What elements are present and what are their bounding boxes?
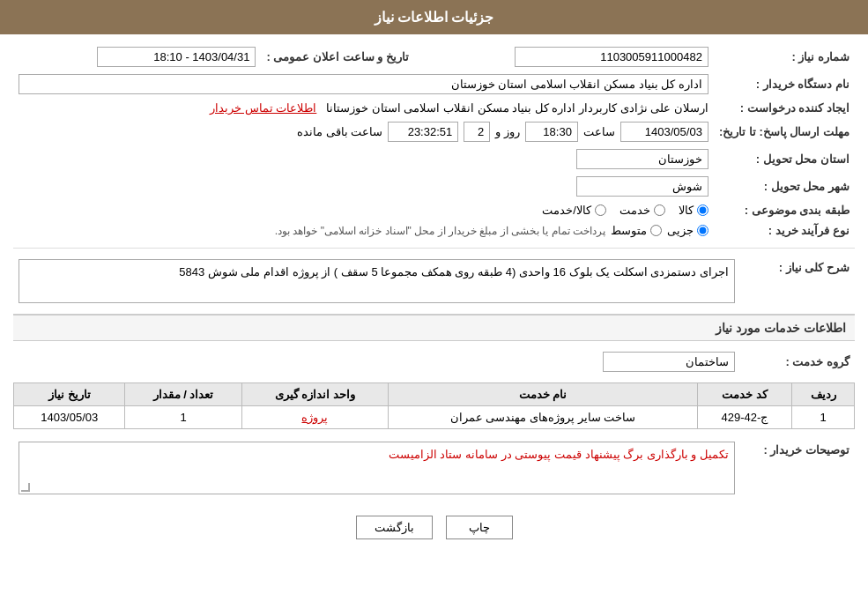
- back-button[interactable]: بازگشت: [356, 516, 433, 539]
- radio-jozi-label: جزیی: [667, 224, 694, 237]
- table-row: 1ج-42-429ساخت سایر پروژه‌های مهندسی عمرا…: [14, 406, 855, 429]
- noe-farayand-note: پرداخت تمام یا بخشی از مبلغ خریدار از مح…: [275, 225, 605, 237]
- mohlat-flex: 1403/05/03 ساعت 18:30 روز و 2 23:3: [19, 122, 708, 142]
- table-cell: 1: [125, 406, 241, 429]
- grohe-khadamat-label: گروه خدمت :: [740, 348, 855, 375]
- main-content: شماره نیاز : 1103005911000482 تاریخ و سا…: [13, 43, 855, 498]
- sharh-label: شرح کلی نیاز :: [740, 256, 855, 307]
- mohlat-date-box: 1403/05/03: [620, 122, 708, 142]
- nam-dastgah-box: اداره کل بنیاد مسکن انقلاب اسلامی استان …: [19, 74, 708, 94]
- tosif-table: توصیحات خریدار : تکمیل و بارگذاری برگ پی…: [13, 438, 855, 498]
- tarikh-box: 1403/04/31 - 18:10: [97, 47, 256, 67]
- shahr-box: شوش: [576, 176, 708, 197]
- radio-kala-khadamat-label: کالا/خدمت: [542, 204, 591, 217]
- radio-motavasset-input[interactable]: [650, 225, 662, 236]
- nam-dastgah-label: نام دستگاه خریدار :: [714, 71, 855, 98]
- page-wrapper: جزئیات اطلاعات نیاز شماره نیاز : 1103005…: [0, 0, 868, 609]
- tarikh-label: تاریخ و ساعت اعلان عمومی :: [261, 43, 413, 71]
- tabaghebandi-radio-group: کالا خدمت کالا/خدمت: [19, 204, 708, 217]
- table-cell: 1403/05/03: [14, 406, 125, 429]
- print-button[interactable]: چاپ: [446, 516, 513, 539]
- content-area: شماره نیاز : 1103005911000482 تاریخ و سا…: [0, 34, 868, 559]
- sharh-value: اجرای دستمزدی اسکلت یک بلوک 16 واحدی (4 …: [13, 256, 740, 307]
- mohlat-mande-box: 23:32:51: [388, 122, 458, 142]
- mohlat-label: مهلت ارسال پاسخ: تا تاریخ:: [714, 118, 855, 145]
- col-tedad: تعداد / مقدار: [125, 383, 241, 406]
- mohlat-roz-label: روز و: [495, 125, 520, 138]
- tarikh-value: 1403/04/31 - 18:10: [13, 43, 261, 71]
- tabaghebandi-label: طبقه بندی موضوعی :: [714, 200, 855, 220]
- table-cell: ساخت سایر پروژه‌های مهندسی عمران: [389, 406, 697, 429]
- grohe-khadamat-table: گروه خدمت : ساختمان: [13, 348, 855, 375]
- shomare-niaz-value: 1103005911000482: [414, 43, 714, 71]
- radio-kala-label: کالا: [679, 204, 694, 217]
- tosif-label: توصیحات خریدار :: [740, 438, 855, 498]
- mohlat-saat-label: ساعت: [583, 125, 615, 138]
- page-header: جزئیات اطلاعات نیاز: [0, 0, 868, 34]
- shomare-niaz-box: 1103005911000482: [515, 47, 708, 67]
- noe-farayand-row: جزیی متوسط پرداخت تمام یا بخشی از مبلغ خ…: [13, 220, 714, 241]
- nam-dastgah-value: اداره کل بنیاد مسکن انقلاب اسلامی استان …: [13, 71, 714, 98]
- shomare-niaz-label: شماره نیاز :: [714, 43, 855, 71]
- divider-1: [13, 248, 855, 249]
- tosif-box: تکمیل و بارگذاری برگ پیشنهاد قیمت پیوستی…: [19, 442, 735, 494]
- table-cell: ج-42-429: [697, 406, 792, 429]
- noe-farayand-label: نوع فرآیند خرید :: [714, 220, 855, 241]
- niaz-info-table: شماره نیاز : 1103005911000482 تاریخ و سا…: [13, 43, 855, 241]
- ostan-label: استان محل تحویل :: [714, 145, 855, 173]
- mohlat-row: 1403/05/03 ساعت 18:30 روز و 2 23:3: [13, 118, 714, 145]
- sharh-table: شرح کلی نیاز : اجرای دستمزدی اسکلت یک بل…: [13, 256, 855, 307]
- table-cell[interactable]: پروژه: [241, 406, 389, 429]
- tamase-khardar-link[interactable]: اطلاعات تماس خریدار: [210, 101, 316, 115]
- col-kod: کد خدمت: [697, 383, 792, 406]
- radio-motavasset[interactable]: متوسط: [611, 224, 662, 237]
- bottom-buttons: چاپ بازگشت: [13, 505, 855, 550]
- radio-motavasset-label: متوسط: [611, 224, 647, 237]
- page-title: جزئیات اطلاعات نیاز: [375, 10, 494, 25]
- resize-handle: [21, 483, 30, 492]
- col-name: نام خدمت: [389, 383, 697, 406]
- radio-khadamat-label: خدمت: [619, 204, 650, 217]
- shahr-label: شهر محل تحویل :: [714, 173, 855, 200]
- ostan-value: خوزستان: [13, 145, 714, 173]
- radio-khadamat[interactable]: خدمت: [619, 204, 665, 217]
- table-cell: 1: [792, 406, 855, 429]
- services-table-body: 1ج-42-429ساخت سایر پروژه‌های مهندسی عمرا…: [14, 406, 855, 429]
- radio-jozi[interactable]: جزیی: [667, 224, 708, 237]
- grohe-khadamat-value: ساختمان: [13, 348, 740, 375]
- mohlat-saat-box: 18:30: [525, 122, 578, 142]
- grohe-khadamat-box: ساختمان: [603, 352, 735, 372]
- col-tarikh: تاریخ نیاز: [14, 383, 125, 406]
- ijad-konande-value: ارسلان علی نژادی کاربردار اداره کل بنیاد…: [13, 98, 714, 118]
- tosif-value: تکمیل و بارگذاری برگ پیشنهاد قیمت پیوستی…: [13, 438, 740, 498]
- radio-kala-input[interactable]: [697, 204, 708, 216]
- ostan-box: خوزستان: [576, 149, 708, 169]
- ijad-konande-label: ایجاد کننده درخواست :: [714, 98, 855, 118]
- radio-kala-khadamat-input[interactable]: [595, 204, 606, 216]
- radio-jozi-input[interactable]: [697, 225, 708, 236]
- mohlat-mande-label: ساعت باقی مانده: [297, 125, 382, 138]
- services-table-header: ردیف کد خدمت نام خدمت واحد اندازه گیری ت…: [14, 383, 855, 406]
- sharh-box: اجرای دستمزدی اسکلت یک بلوک 16 واحدی (4 …: [19, 259, 735, 303]
- mohlat-roz-box: 2: [464, 122, 490, 142]
- radio-kala[interactable]: کالا: [679, 204, 708, 217]
- noe-farayand-flex: جزیی متوسط پرداخت تمام یا بخشی از مبلغ خ…: [19, 224, 708, 237]
- khadamat-section-title: اطلاعات خدمات مورد نیاز: [13, 314, 855, 341]
- col-radif: ردیف: [792, 383, 855, 406]
- shahr-value: شوش: [13, 173, 714, 200]
- services-table: ردیف کد خدمت نام خدمت واحد اندازه گیری ت…: [13, 382, 855, 429]
- radio-kala-khadamat[interactable]: کالا/خدمت: [542, 204, 606, 217]
- tabaghebandi-options: کالا خدمت کالا/خدمت: [13, 200, 714, 220]
- radio-khadamat-input[interactable]: [654, 204, 665, 216]
- col-vahed: واحد اندازه گیری: [241, 383, 389, 406]
